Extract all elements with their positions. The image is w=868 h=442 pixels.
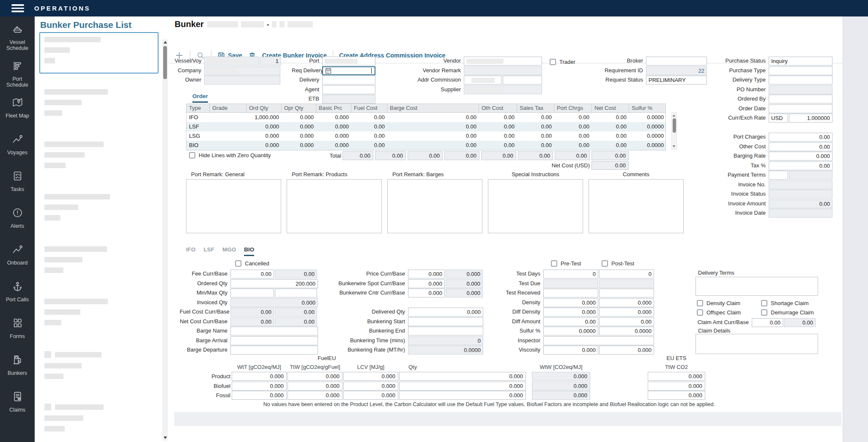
tab-lsf[interactable]: LSF	[204, 246, 215, 256]
delivery-field[interactable]	[322, 76, 375, 85]
other-cost-field[interactable]: 0.00	[769, 142, 832, 151]
table-row-LSF[interactable]: LSF0.0000.0000.0000.000.000.000.000.000.…	[186, 122, 665, 131]
min-max-qty-field[interactable]	[230, 289, 274, 297]
test-received-field[interactable]	[599, 289, 654, 297]
biofuel-wtw-co2eq-mj-field[interactable]: 0.000	[532, 382, 590, 390]
remark-textarea[interactable]	[589, 179, 684, 233]
bunkerwire-cntr-curr-base-field[interactable]: 0.000	[446, 289, 483, 297]
biofuel-qty-field[interactable]: 0.000	[399, 382, 526, 390]
tab-mgo[interactable]: MGO	[222, 246, 236, 256]
biofuel-ttw-gco2eq-gfuel-field[interactable]: 0.000	[288, 382, 342, 390]
density-field[interactable]: 0.000	[543, 298, 598, 307]
remark-textarea[interactable]	[287, 179, 382, 233]
delivery-terms-textarea[interactable]	[695, 277, 818, 296]
sidebar-item-bunkers[interactable]: Bunkers	[0, 354, 35, 385]
sidebar-item-port-calls[interactable]: Port Calls	[0, 281, 35, 312]
inspector-field[interactable]	[543, 336, 654, 345]
sidebar-item-fleet-map[interactable]: Fleet Map	[0, 97, 35, 128]
bunkering-rate-mt-hr-field[interactable]: 0.0000	[408, 346, 483, 355]
company-field[interactable]	[204, 66, 280, 75]
bunkerwire-spot-curr-base-field[interactable]: 0.000	[408, 279, 445, 288]
scroll-down-icon[interactable]	[164, 437, 167, 439]
fossil-ttw-co2-field[interactable]: 0.000	[648, 391, 705, 400]
diff-density-field[interactable]: 0.000	[599, 308, 654, 316]
requirement-id-field[interactable]: 22	[646, 66, 707, 75]
pre-test-checkbox[interactable]: Pre-Test	[551, 260, 581, 267]
ordered-by-field[interactable]	[769, 95, 832, 104]
bunkering-time-mins-field[interactable]: 0	[408, 336, 483, 345]
min-max-qty-field[interactable]	[275, 289, 317, 297]
remark-textarea[interactable]	[186, 179, 281, 233]
vessel-voy-field[interactable]: 1	[260, 57, 281, 65]
remark-textarea[interactable]	[387, 179, 482, 233]
payment-terms-field[interactable]	[769, 171, 788, 180]
column-header-oth-cost[interactable]: Oth Cost	[479, 104, 517, 112]
sidebar-item-vessel-schedule[interactable]: Vessel Schedule	[0, 23, 35, 55]
sidebar-item-forms[interactable]: Forms	[0, 317, 35, 349]
product-lcv-mj-g-field[interactable]: 0.000	[343, 372, 398, 381]
purchase-status-field[interactable]: Inquiry	[769, 57, 832, 65]
fossil-wtw-co2eq-mj-field[interactable]: 0.000	[532, 391, 590, 400]
invoice-status-field[interactable]	[769, 190, 832, 199]
curr-exch-rate-field[interactable]: USD	[769, 114, 788, 123]
tab-order[interactable]: Order	[192, 93, 208, 103]
vendor-field[interactable]	[464, 57, 542, 65]
column-header-type[interactable]: Type	[186, 104, 210, 112]
list-item[interactable]	[39, 294, 159, 336]
supplier-field[interactable]	[464, 85, 542, 94]
trader-checkbox[interactable]: Trader	[550, 59, 575, 65]
column-header-sulfur[interactable]: Sulfur %	[629, 104, 666, 112]
tax-field[interactable]: 0.00	[769, 161, 832, 170]
sulfur-field[interactable]: 0.0000	[543, 327, 598, 336]
sidebar-item-port-schedule[interactable]: Port Schedule	[0, 60, 35, 91]
test-days-field[interactable]: 0	[599, 270, 654, 278]
net-cost-curr-base-field[interactable]: 0.00	[275, 317, 317, 326]
tab-bio[interactable]: BIO	[244, 246, 254, 256]
biofuel-lcv-mj-g-field[interactable]: 0.000	[343, 382, 398, 390]
test-days-field[interactable]: 0	[543, 270, 598, 278]
barge-name-field[interactable]	[230, 327, 318, 336]
payment-terms-field[interactable]	[789, 171, 832, 180]
table-row-IFO[interactable]: IFO1,000.0000.0000.0000.000.000.000.000.…	[186, 113, 665, 122]
density-field[interactable]: 0.000	[599, 298, 654, 307]
bunkering-end-field[interactable]	[408, 327, 483, 336]
fossil-wtt-gco2eq-mj-field[interactable]: 0.000	[232, 391, 287, 400]
sidebar-item-tasks[interactable]: Tasks	[0, 170, 35, 202]
invoice-date-field[interactable]	[769, 209, 832, 218]
claim-details-textarea[interactable]	[695, 334, 818, 354]
column-header-port-chrgs[interactable]: Port Chrgs	[554, 104, 592, 112]
table-row-LSG[interactable]: LSG0.0000.0000.0000.000.000.000.000.000.…	[186, 131, 665, 141]
bunkering-start-field[interactable]	[408, 317, 483, 326]
list-item[interactable]	[39, 85, 159, 126]
net-cost-curr-base-field[interactable]: 0.00	[230, 317, 274, 326]
owner-field[interactable]	[204, 76, 280, 85]
list-item[interactable]	[39, 32, 159, 74]
addr-commission-field[interactable]	[464, 76, 502, 85]
barge-departure-field[interactable]	[230, 346, 318, 355]
req-delivery-field[interactable]	[322, 66, 375, 75]
diff-amount-field[interactable]: 0.00	[599, 317, 654, 326]
remark-textarea[interactable]	[488, 179, 583, 233]
broker-field[interactable]	[646, 57, 707, 65]
list-item[interactable]	[39, 137, 159, 178]
request-status-field[interactable]: PRELIMINARY	[646, 76, 707, 85]
diff-density-field[interactable]: 0.000	[543, 308, 598, 316]
list-scrollbar-thumb[interactable]	[163, 46, 167, 79]
fee-curr-base-field[interactable]: 0.00	[230, 270, 274, 278]
addr-commission-field[interactable]	[503, 76, 542, 85]
product-wtw-co2eq-mj-field[interactable]: 0.000	[532, 372, 590, 381]
vendor-remark-field[interactable]	[464, 66, 542, 75]
curr-exch-rate-field[interactable]: 1.000000	[789, 114, 832, 123]
order-date-field[interactable]	[769, 104, 832, 113]
invoice-no-field[interactable]	[769, 180, 832, 189]
price-curr-base-field[interactable]: 0.000	[446, 270, 483, 278]
table-scrollbar[interactable]	[671, 112, 677, 150]
price-curr-base-field[interactable]: 0.000	[408, 270, 445, 278]
ordered-qty-field[interactable]: 200.000	[230, 279, 318, 288]
test-due-field[interactable]	[599, 279, 654, 288]
delivery-type-field[interactable]	[769, 76, 832, 85]
delivered-qty-field[interactable]: 0.000	[408, 308, 483, 316]
bunkerwire-cntr-curr-base-field[interactable]: 0.000	[408, 289, 445, 297]
diff-amount-field[interactable]: 0.00	[543, 317, 598, 326]
barging-rate-field[interactable]: 0.000	[769, 152, 832, 161]
